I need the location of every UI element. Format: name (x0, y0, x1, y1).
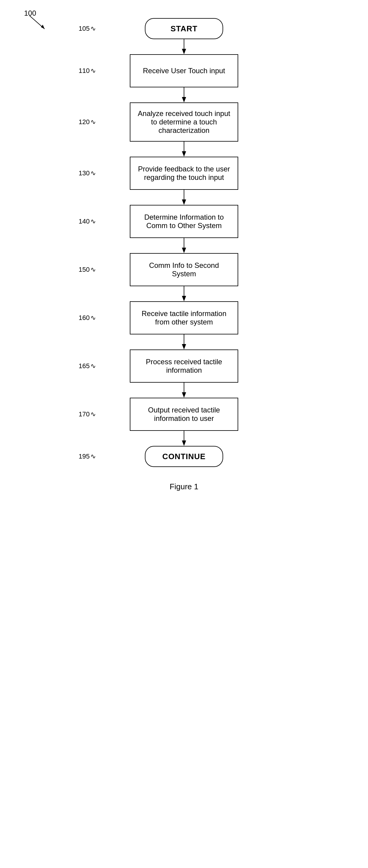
step-170-node: Output received tactile information to u… (130, 398, 238, 431)
ref-140-label: 140 (78, 218, 90, 225)
step-140-node: Determine Information to Comm to Other S… (130, 205, 238, 238)
wavy-195: ∿ (90, 453, 96, 460)
ref-165-area: 165 ∿ (78, 362, 115, 370)
arrow-3 (179, 142, 189, 157)
step-140-row: 140 ∿ Determine Information to Comm to O… (78, 205, 290, 238)
svg-marker-7 (182, 151, 186, 157)
step-165-node-container: Process received tactile information (115, 349, 253, 383)
wavy-160: ∿ (90, 314, 96, 322)
arrow-1 (179, 39, 189, 54)
ref-105-area: 105 ∿ (78, 25, 115, 33)
ref-100-arrow (30, 16, 47, 32)
svg-marker-5 (182, 97, 186, 102)
step-150-node: Comm Info to Second System (130, 253, 238, 286)
step-130-node: Provide feedback to the user regarding t… (130, 157, 238, 190)
svg-marker-19 (182, 440, 186, 446)
ref-160-label: 160 (78, 314, 90, 322)
step-130-node-container: Provide feedback to the user regarding t… (115, 157, 253, 190)
step-150-row: 150 ∿ Comm Info to Second System (78, 253, 290, 286)
step-170-node-container: Output received tactile information to u… (115, 398, 253, 431)
step-110-row: 110 ∿ Receive User Touch input (78, 54, 290, 87)
wavy-110: ∿ (90, 67, 96, 75)
step-170-row: 170 ∿ Output received tactile informatio… (78, 398, 290, 431)
svg-marker-17 (182, 392, 186, 398)
ref-150-area: 150 ∿ (78, 266, 115, 274)
svg-marker-9 (182, 199, 186, 205)
ref-195-area: 195 ∿ (78, 453, 115, 460)
ref-140-area: 140 ∿ (78, 218, 115, 225)
svg-marker-13 (182, 296, 186, 301)
flowchart: 105 ∿ START 110 ∿ Receive User Touch inp… (78, 18, 290, 503)
ref-130-area: 130 ∿ (78, 169, 115, 177)
step-160-node: Receive tactile information from other s… (130, 301, 238, 334)
step-165-row: 165 ∿ Process received tactile informati… (78, 349, 290, 383)
figure-caption: Figure 1 (170, 482, 198, 491)
step-160-node-container: Receive tactile information from other s… (115, 301, 253, 334)
ref-105-label: 105 (78, 25, 90, 33)
arrow-4 (179, 190, 189, 205)
step-120-node-container: Analyze received touch input to determin… (115, 102, 253, 142)
page: 100 105 ∿ START (0, 0, 368, 868)
step-140-node-container: Determine Information to Comm to Other S… (115, 205, 253, 238)
step-160-row: 160 ∿ Receive tactile information from o… (78, 301, 290, 334)
arrow-5 (179, 238, 189, 253)
step-120-node: Analyze received touch input to determin… (130, 102, 238, 142)
continue-node: CONTINUE (145, 446, 223, 467)
arrow-7 (179, 334, 189, 349)
wavy-165: ∿ (90, 362, 96, 370)
arrow-2 (179, 87, 189, 102)
ref-110-area: 110 ∿ (78, 67, 115, 75)
step-150-node-container: Comm Info to Second System (115, 253, 253, 286)
ref-170-label: 170 (78, 410, 90, 418)
wavy-150: ∿ (90, 266, 96, 274)
arrow-9 (179, 431, 189, 446)
ref-160-area: 160 ∿ (78, 314, 115, 322)
ref-195-label: 195 (78, 453, 90, 460)
ref-130-label: 130 (78, 169, 90, 177)
svg-marker-15 (182, 344, 186, 349)
step-130-row: 130 ∿ Provide feedback to the user regar… (78, 157, 290, 190)
wavy-130: ∿ (90, 169, 96, 177)
svg-marker-1 (41, 25, 44, 29)
wavy-170: ∿ (90, 410, 96, 418)
ref-120-label: 120 (78, 118, 90, 126)
step-110-node: Receive User Touch input (130, 54, 238, 87)
step-165-node: Process received tactile information (130, 349, 238, 383)
ref-165-label: 165 (78, 362, 90, 370)
svg-marker-3 (182, 49, 186, 54)
ref-120-area: 120 ∿ (78, 118, 115, 126)
step-120-row: 120 ∿ Analyze received touch input to de… (78, 102, 290, 142)
ref-110-label: 110 (78, 67, 90, 75)
arrow-8 (179, 383, 189, 398)
continue-node-container: CONTINUE (115, 446, 253, 467)
svg-marker-11 (182, 248, 186, 253)
ref-170-area: 170 ∿ (78, 410, 115, 418)
step-110-node-container: Receive User Touch input (115, 54, 253, 87)
start-node-container: START (115, 18, 253, 39)
continue-row: 195 ∿ CONTINUE (78, 446, 290, 467)
arrow-6 (179, 286, 189, 301)
ref-150-label: 150 (78, 266, 90, 274)
wavy-140: ∿ (90, 218, 96, 225)
start-node: START (145, 18, 223, 39)
start-row: 105 ∿ START (78, 18, 290, 39)
wavy-120: ∿ (90, 118, 96, 126)
wavy-105: ∿ (90, 25, 96, 33)
